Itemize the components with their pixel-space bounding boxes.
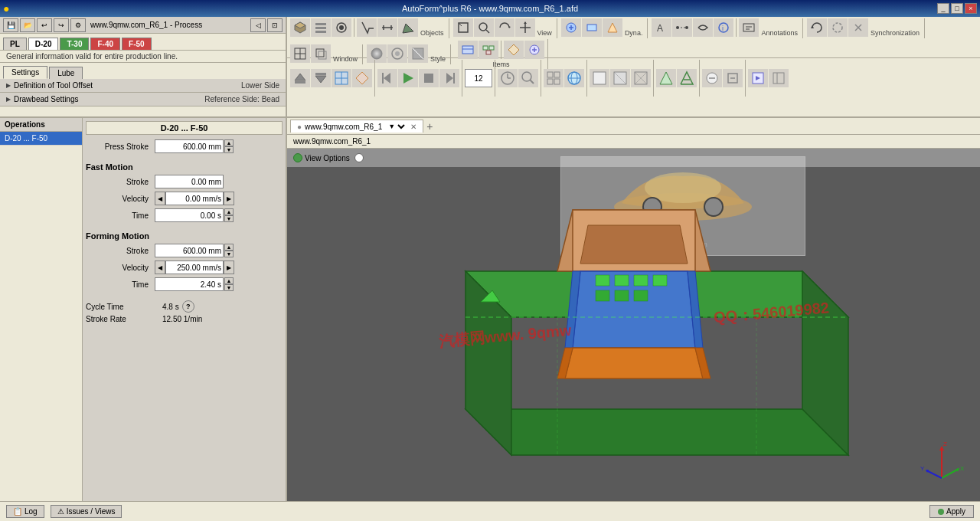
anno-btn4[interactable]: i bbox=[714, 18, 733, 37]
dyna-btn2[interactable] bbox=[582, 18, 602, 37]
cube-icon-btn[interactable] bbox=[290, 18, 310, 37]
issues-button[interactable]: ⚠ Issues / Views bbox=[51, 505, 122, 518]
form-velocity-field[interactable] bbox=[165, 260, 224, 274]
tab-close-btn[interactable]: ✕ bbox=[410, 123, 416, 131]
pan-btn[interactable] bbox=[515, 18, 535, 37]
win-btn2[interactable] bbox=[311, 44, 331, 63]
scene-3d[interactable]: 汽模网 www.9qmw.com bbox=[287, 149, 980, 501]
apply-button[interactable]: Apply bbox=[929, 505, 974, 518]
log-button[interactable]: 📋 Log bbox=[6, 505, 44, 518]
form-stroke-up[interactable]: ▲ bbox=[224, 244, 234, 251]
main-3d-scene[interactable] bbox=[412, 172, 856, 493]
shade-btn1[interactable] bbox=[590, 69, 609, 87]
sync-btn1[interactable] bbox=[807, 18, 827, 37]
maximize-button[interactable]: □ bbox=[951, 3, 963, 14]
extra-btn3[interactable] bbox=[748, 69, 768, 87]
fast-time-spinner[interactable]: ▲ ▼ bbox=[224, 208, 234, 222]
form-time-up[interactable]: ▲ bbox=[224, 277, 234, 284]
fast-time-field[interactable] bbox=[155, 208, 224, 222]
form-stroke-spinner[interactable]: ▲ ▼ bbox=[224, 244, 234, 257]
titlebar-controls[interactable]: _ □ × bbox=[937, 3, 977, 14]
obj-view2-btn[interactable] bbox=[352, 69, 372, 87]
extra-btn1[interactable] bbox=[702, 69, 722, 87]
anim-play-btn[interactable] bbox=[398, 69, 418, 87]
select-btn[interactable] bbox=[357, 18, 377, 37]
undo-button[interactable]: ↩ bbox=[37, 18, 52, 32]
form-vel-inc-btn[interactable]: ▶ bbox=[224, 260, 234, 274]
velocity-inc-btn[interactable]: ▶ bbox=[224, 192, 234, 205]
rotate-btn[interactable] bbox=[495, 18, 514, 37]
tab-t30[interactable]: T-30 bbox=[60, 38, 89, 50]
zoom-btn[interactable] bbox=[474, 18, 494, 37]
spin-down-btn[interactable]: ▼ bbox=[224, 146, 234, 153]
fast-stroke-field[interactable] bbox=[155, 175, 224, 188]
velocity-dec-btn[interactable]: ◀ bbox=[155, 192, 165, 205]
fast-velocity-field[interactable] bbox=[165, 192, 224, 205]
collapse-button[interactable]: ◁ bbox=[250, 18, 266, 32]
open-button[interactable]: 📂 bbox=[20, 18, 35, 32]
dyna-btn3[interactable] bbox=[603, 18, 622, 37]
anno-btn5[interactable] bbox=[739, 18, 759, 37]
snap-btn2[interactable] bbox=[677, 69, 697, 87]
items-btn4[interactable] bbox=[524, 41, 544, 59]
items-btn1[interactable] bbox=[458, 41, 478, 59]
style-btn3[interactable] bbox=[408, 44, 428, 63]
tool-offset-item[interactable]: ▶ Definition of Tool Offset Lower Side bbox=[0, 79, 286, 93]
measure-btn[interactable] bbox=[377, 18, 397, 37]
clock-btn[interactable] bbox=[498, 69, 518, 87]
anno-btn1[interactable]: A bbox=[652, 18, 671, 37]
style-btn1[interactable] bbox=[367, 44, 387, 63]
cycle-time-help[interactable]: ? bbox=[182, 300, 194, 313]
form-stroke-down[interactable]: ▼ bbox=[224, 251, 234, 257]
extra-btn4[interactable] bbox=[769, 69, 789, 87]
tab-add-btn[interactable]: + bbox=[426, 120, 433, 133]
items-btn3[interactable] bbox=[504, 41, 524, 59]
sync-btn3[interactable] bbox=[848, 18, 868, 37]
tab-dropdown[interactable]: ▼ bbox=[385, 122, 407, 131]
snap-btn1[interactable] bbox=[656, 69, 676, 87]
form-time-field[interactable] bbox=[155, 277, 224, 291]
shade-btn3[interactable] bbox=[631, 69, 651, 87]
resize-button[interactable]: ⊡ bbox=[267, 18, 283, 32]
minimize-button[interactable]: _ bbox=[937, 3, 949, 14]
obj-up-btn[interactable] bbox=[290, 69, 310, 87]
form-stroke-field[interactable] bbox=[155, 244, 224, 257]
spin-up-btn[interactable]: ▲ bbox=[224, 139, 234, 146]
tab-f50[interactable]: F-50 bbox=[122, 38, 152, 50]
visibility-btn[interactable] bbox=[332, 18, 351, 37]
close-button[interactable]: × bbox=[965, 3, 977, 14]
settings-button[interactable]: ⚙ bbox=[70, 18, 86, 32]
fit-view-btn[interactable] bbox=[453, 18, 473, 37]
anim-prev-btn[interactable] bbox=[377, 69, 397, 87]
style-btn2[interactable] bbox=[387, 44, 407, 63]
grid-btn[interactable] bbox=[544, 69, 564, 87]
tab-pl[interactable]: PL bbox=[3, 38, 27, 50]
globe-btn[interactable] bbox=[564, 69, 584, 87]
items-btn2[interactable] bbox=[479, 41, 498, 59]
save-button[interactable]: 💾 bbox=[3, 18, 18, 32]
press-stroke-spinner[interactable]: ▲ ▼ bbox=[224, 139, 234, 153]
dyna-btn1[interactable] bbox=[561, 18, 581, 37]
win-btn1[interactable] bbox=[290, 44, 310, 63]
anim-stop-btn[interactable] bbox=[419, 69, 439, 87]
sync-btn2[interactable] bbox=[828, 18, 848, 37]
tools-btn[interactable] bbox=[398, 18, 418, 37]
form-time-down[interactable]: ▼ bbox=[224, 284, 234, 291]
extra-btn2[interactable] bbox=[723, 69, 743, 87]
tab-lube[interactable]: Lube bbox=[49, 67, 83, 79]
obj-down-btn[interactable] bbox=[311, 69, 331, 87]
object-list-btn[interactable] bbox=[311, 18, 331, 37]
press-stroke-field[interactable] bbox=[155, 139, 224, 153]
operation-d20-f50[interactable]: D-20 ... F-50 bbox=[0, 132, 82, 146]
redo-button[interactable]: ↪ bbox=[54, 18, 69, 32]
time-spin-down[interactable]: ▼ bbox=[224, 215, 234, 222]
time-spin-up[interactable]: ▲ bbox=[224, 208, 234, 215]
anno-btn3[interactable] bbox=[693, 18, 713, 37]
form-vel-dec-btn[interactable]: ◀ bbox=[155, 260, 165, 274]
tab-d20[interactable]: D-20 bbox=[28, 38, 59, 50]
anno-btn2[interactable] bbox=[672, 18, 692, 37]
viewport-tab[interactable]: ● www.9qmw.com_R6_1 ▼ ✕ bbox=[290, 120, 423, 133]
tab-settings[interactable]: Settings bbox=[3, 66, 47, 79]
obj-view1-btn[interactable] bbox=[332, 69, 351, 87]
drawbead-item[interactable]: ▶ Drawbead Settings Reference Side: Bead bbox=[0, 93, 286, 106]
